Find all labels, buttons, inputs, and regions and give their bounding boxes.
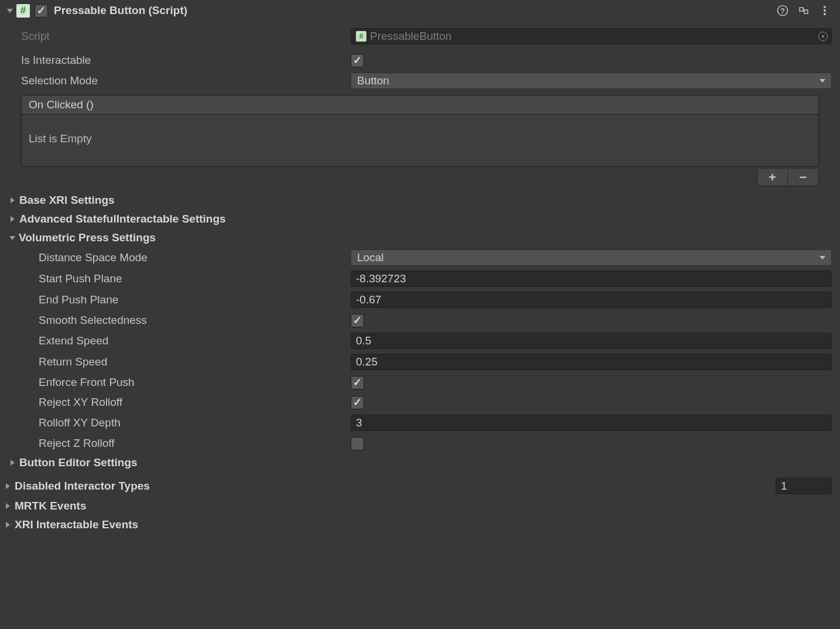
preset-icon[interactable] — [798, 5, 810, 16]
script-row: Script # PressableButton — [0, 26, 840, 47]
svg-point-4 — [824, 6, 826, 8]
enforce-front-push-checkbox[interactable] — [351, 376, 364, 389]
event-add-button[interactable]: + — [757, 169, 788, 186]
rolloff-xy-depth-input[interactable] — [351, 415, 832, 431]
selection-mode-label: Selection Mode — [8, 74, 351, 87]
component-foldout-icon[interactable] — [7, 9, 13, 13]
event-button-group: + − — [757, 169, 819, 186]
end-push-plane-row: End Push Plane — [0, 289, 840, 310]
context-menu-icon[interactable] — [819, 5, 831, 16]
selection-mode-row: Selection Mode Button — [0, 70, 840, 91]
svg-point-5 — [824, 9, 826, 12]
chevron-right-icon — [11, 460, 15, 466]
distance-space-mode-row: Distance Space Mode Local — [0, 247, 840, 268]
is-interactable-row: Is Interactable — [0, 50, 840, 70]
mrtk-events-foldout[interactable]: MRTK Events — [0, 497, 840, 515]
chevron-right-icon — [6, 483, 10, 489]
xri-events-foldout[interactable]: XRI Interactable Events — [0, 515, 840, 534]
chevron-down-icon — [9, 236, 15, 240]
component-title: Pressable Button (Script) — [54, 4, 777, 17]
script-object-field[interactable]: # PressableButton — [351, 28, 832, 45]
component-enabled-checkbox[interactable] — [35, 4, 48, 18]
script-value: PressableButton — [370, 30, 451, 43]
svg-rect-2 — [800, 8, 803, 11]
reject-xy-rolloff-row: Reject XY Rolloff — [0, 392, 840, 412]
chevron-right-icon — [11, 216, 15, 222]
script-icon: # — [16, 4, 30, 18]
disabled-interactors-count[interactable] — [776, 478, 832, 494]
chevron-right-icon — [6, 522, 10, 528]
svg-point-6 — [824, 13, 826, 15]
smooth-selectedness-checkbox[interactable] — [351, 314, 364, 327]
on-clicked-event: On Clicked () List is Empty — [21, 95, 819, 167]
return-speed-input[interactable] — [351, 354, 832, 370]
event-remove-button[interactable]: − — [788, 169, 818, 186]
rolloff-xy-depth-row: Rolloff XY Depth — [0, 412, 840, 433]
button-editor-foldout[interactable]: Button Editor Settings — [0, 453, 840, 472]
start-push-plane-input[interactable] — [351, 271, 832, 287]
chevron-right-icon — [6, 503, 10, 509]
reject-xy-rolloff-checkbox[interactable] — [351, 396, 364, 409]
extend-speed-input[interactable] — [351, 333, 832, 349]
return-speed-row: Return Speed — [0, 351, 840, 372]
start-push-plane-row: Start Push Plane — [0, 268, 840, 289]
enforce-front-push-row: Enforce Front Push — [0, 372, 840, 392]
svg-text:?: ? — [780, 6, 785, 15]
advanced-stateful-foldout[interactable]: Advanced StatefulInteractable Settings — [0, 210, 840, 228]
svg-rect-3 — [804, 10, 808, 13]
is-interactable-label: Is Interactable — [8, 54, 351, 67]
extend-speed-row: Extend Speed — [0, 330, 840, 351]
volumetric-foldout[interactable]: Volumetric Press Settings — [0, 228, 840, 247]
reject-z-rolloff-checkbox[interactable] — [351, 437, 364, 450]
on-clicked-body: List is Empty — [22, 115, 818, 166]
base-xri-foldout[interactable]: Base XRI Settings — [0, 191, 840, 210]
is-interactable-checkbox[interactable] — [351, 54, 364, 67]
component-header: # Pressable Button (Script) ? — [0, 0, 840, 22]
smooth-selectedness-row: Smooth Selectedness — [0, 310, 840, 330]
on-clicked-header: On Clicked () — [22, 95, 818, 115]
help-icon[interactable]: ? — [777, 5, 788, 16]
selection-mode-dropdown[interactable]: Button — [351, 73, 832, 89]
script-label: Script — [8, 30, 351, 43]
end-push-plane-input[interactable] — [351, 292, 832, 308]
distance-space-mode-dropdown[interactable]: Local — [351, 249, 832, 266]
disabled-interactors-foldout[interactable]: Disabled Interactor Types — [0, 476, 840, 497]
object-picker-icon[interactable] — [818, 32, 828, 41]
reject-z-rolloff-row: Reject Z Rolloff — [0, 433, 840, 453]
script-mini-icon: # — [356, 31, 366, 42]
chevron-right-icon — [11, 197, 15, 203]
